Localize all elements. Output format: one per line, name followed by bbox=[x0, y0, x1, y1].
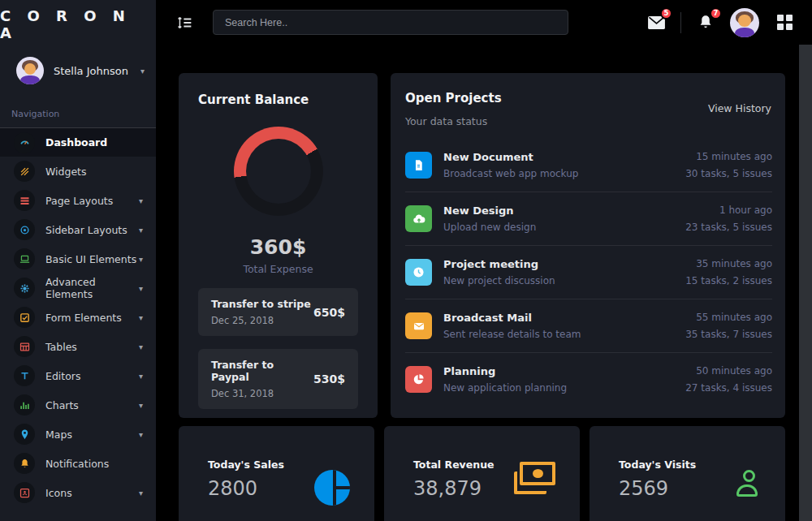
bar-chart-icon bbox=[14, 394, 35, 416]
bell-icon bbox=[14, 453, 35, 474]
transfer-row: Transfer to stripe Dec 25, 2018 650$ bbox=[198, 288, 358, 336]
typography-icon bbox=[14, 365, 35, 386]
topbar-divider bbox=[680, 12, 681, 33]
laptop-icon bbox=[14, 248, 35, 269]
user-avatar bbox=[16, 57, 44, 84]
topbar-actions: 5 7 bbox=[645, 8, 793, 37]
apps-grid-icon[interactable] bbox=[777, 15, 793, 30]
current-balance-card: Current Balance 360$ Total Expense Trans… bbox=[179, 73, 378, 418]
transfer-row: Transfer to Paypal Dec 31, 2018 530$ bbox=[198, 349, 358, 409]
total-revenue-card: Total Revenue 38,879 bbox=[384, 426, 580, 521]
nav-section-label: Navigation bbox=[0, 97, 156, 127]
sidebar-item-charts[interactable]: Charts ▾ bbox=[0, 390, 156, 420]
brand-text: C O R O N A bbox=[0, 7, 156, 41]
sidebar-item-maps[interactable]: Maps ▾ bbox=[0, 420, 156, 449]
rows-icon bbox=[14, 190, 35, 211]
stat-value: 2569 bbox=[619, 477, 696, 500]
sidebar-item-editors[interactable]: Editors ▾ bbox=[0, 361, 156, 390]
envelope-icon bbox=[405, 312, 432, 339]
id-card-icon bbox=[14, 482, 35, 503]
pie-chart-icon bbox=[314, 470, 350, 506]
stat-title: Today's Sales bbox=[208, 459, 284, 471]
open-projects-card: Open Projects Your data status View Hist… bbox=[391, 73, 785, 418]
file-icon bbox=[405, 152, 432, 179]
corona-dashboard: C O R O N A Stella Johnson ▾ Navigation … bbox=[0, 0, 812, 521]
chevron-down-icon: ▾ bbox=[139, 255, 143, 264]
stat-value: 2800 bbox=[208, 477, 284, 500]
sidebar-item-icons[interactable]: Icons ▾ bbox=[0, 478, 156, 507]
sidebar-profile[interactable]: Stella Johnson ▾ bbox=[0, 49, 156, 97]
chevron-down-icon: ▾ bbox=[139, 313, 143, 322]
search-input[interactable] bbox=[213, 10, 568, 35]
chevron-down-icon: ▾ bbox=[139, 342, 143, 351]
sidebar-item-notifications[interactable]: Notifications bbox=[0, 449, 156, 478]
project-item: Planning New application planning 50 min… bbox=[405, 353, 772, 406]
bell-badge: 7 bbox=[710, 7, 722, 19]
stat-value: 38,879 bbox=[413, 477, 495, 500]
clock-icon bbox=[405, 259, 432, 286]
bell-icon[interactable]: 7 bbox=[694, 11, 717, 34]
speedometer-icon bbox=[14, 132, 35, 153]
scrollbar-track[interactable] bbox=[799, 45, 812, 521]
person-icon bbox=[736, 470, 761, 497]
sidebar-item-form-elements[interactable]: Form Elements ▾ bbox=[0, 303, 156, 332]
checkbox-icon bbox=[14, 307, 35, 328]
crosshair-icon bbox=[14, 219, 35, 240]
card-title: Current Balance bbox=[198, 93, 358, 107]
stat-title: Today's Visits bbox=[619, 459, 696, 471]
pie-chart-icon bbox=[405, 366, 432, 393]
chevron-down-icon: ▾ bbox=[139, 489, 143, 497]
stripes-icon bbox=[14, 161, 35, 182]
topbar: 5 7 bbox=[156, 0, 812, 45]
sidebar-nav: Dashboard Widgets Page Layouts ▾ Sideba bbox=[0, 127, 156, 507]
sidebar-item-dashboard[interactable]: Dashboard bbox=[0, 127, 156, 157]
user-avatar[interactable] bbox=[730, 8, 759, 37]
brand-logo[interactable]: C O R O N A bbox=[0, 0, 156, 49]
sidebar-item-tables[interactable]: Tables ▾ bbox=[0, 332, 156, 361]
todays-sales-card: Today's Sales 2800 bbox=[179, 426, 374, 521]
sidebar-item-widgets[interactable]: Widgets bbox=[0, 157, 156, 186]
sidebar-item-sidebar-layouts[interactable]: Sidebar Layouts ▾ bbox=[0, 215, 156, 244]
project-item: Project meeting New project discussion 3… bbox=[405, 246, 772, 299]
project-item: New Design Upload new design 1 hour ago … bbox=[405, 192, 772, 246]
cash-icon bbox=[513, 462, 555, 494]
card-subtitle: Your data status bbox=[405, 115, 772, 127]
mail-badge: 5 bbox=[660, 7, 672, 19]
chevron-down-icon: ▾ bbox=[139, 196, 143, 205]
cloud-upload-icon bbox=[405, 205, 432, 232]
sidebar: C O R O N A Stella Johnson ▾ Navigation … bbox=[0, 0, 156, 521]
todays-visits-card: Today's Visits 2569 bbox=[590, 426, 785, 521]
balance-amount: 360$ bbox=[198, 235, 358, 259]
view-history-link[interactable]: View History bbox=[708, 102, 771, 114]
chevron-down-icon: ▾ bbox=[140, 67, 145, 75]
chevron-down-icon: ▾ bbox=[139, 401, 143, 410]
menu-toggle-icon[interactable] bbox=[174, 11, 197, 34]
sidebar-item-advanced-elements[interactable]: Advanced Elements ▾ bbox=[0, 273, 156, 303]
chevron-down-icon: ▾ bbox=[139, 430, 143, 439]
project-item: New Document Broadcast web app mockup 15… bbox=[405, 139, 772, 192]
sidebar-item-page-layouts[interactable]: Page Layouts ▾ bbox=[0, 186, 156, 215]
main-content: Current Balance 360$ Total Expense Trans… bbox=[156, 45, 812, 521]
gear-icon bbox=[14, 278, 35, 299]
map-pin-icon bbox=[14, 424, 35, 445]
stat-title: Total Revenue bbox=[413, 459, 495, 471]
chevron-down-icon: ▾ bbox=[139, 372, 143, 381]
chevron-down-icon: ▾ bbox=[139, 226, 143, 235]
table-icon bbox=[14, 336, 35, 357]
sidebar-item-basic-ui-elements[interactable]: Basic UI Elements ▾ bbox=[0, 244, 156, 273]
balance-caption: Total Expense bbox=[198, 263, 358, 275]
balance-doughnut-chart bbox=[234, 127, 323, 216]
project-item: Broadcast Mail Sent release details to t… bbox=[405, 299, 772, 353]
mail-icon[interactable]: 5 bbox=[645, 11, 667, 34]
user-name: Stella Johnson bbox=[54, 65, 140, 77]
chevron-down-icon: ▾ bbox=[139, 284, 143, 293]
